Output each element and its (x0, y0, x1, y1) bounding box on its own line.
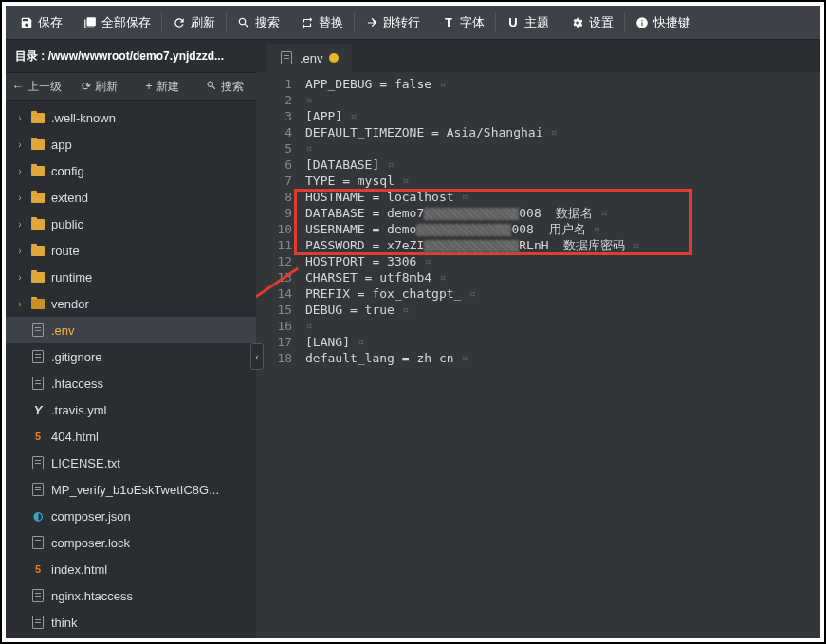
tree-item--well-known[interactable]: ›.well-known (6, 104, 256, 131)
code-line[interactable]: default_lang = zh-cn ¤ (302, 350, 820, 366)
tree-item-label: LICENSE.txt (51, 456, 256, 470)
refresh-icon (173, 16, 186, 29)
refresh-button[interactable]: 刷新 (162, 6, 226, 40)
file-tree[interactable]: ›.well-known›app›config›extend›public›ro… (6, 101, 256, 638)
replace-button[interactable]: 替换 (290, 6, 354, 40)
tree-item-license-txt[interactable]: LICENSE.txt (6, 450, 256, 476)
tree-item-index-html[interactable]: 5index.html (6, 556, 256, 582)
file-sidebar: 目录 : /www/wwwroot/demo7.ynjdzzd... ←上一级 … (6, 40, 256, 638)
tree-item-label: .env (51, 323, 256, 338)
arrow-up-icon: ← (12, 80, 24, 93)
code-line[interactable]: USERNAME = demo008 用户名 ¤ (302, 221, 820, 237)
tree-item-runtime[interactable]: ›runtime (6, 264, 256, 290)
code-line[interactable]: ¤ (302, 140, 820, 156)
code-line[interactable]: APP_DEBUG = false ¤ (302, 76, 820, 92)
tree-item-label: composer.lock (51, 536, 256, 550)
tab-env[interactable]: .env (266, 44, 352, 72)
code-line[interactable]: ¤ (302, 318, 820, 334)
code-line[interactable]: HOSTPORT = 3306 ¤ (302, 253, 820, 269)
code-line[interactable]: PREFIX = fox_chatgpt_ ¤ (302, 285, 820, 302)
theme-icon: U (506, 16, 520, 29)
tree-item-label: .well-known (51, 111, 256, 125)
tree-item-label: .htaccess (51, 377, 256, 391)
tree-item-label: MP_verify_b1oEskTwetIC8G... (51, 483, 256, 497)
tree-item-route[interactable]: ›route (6, 237, 256, 264)
tree-item-think[interactable]: think (6, 609, 256, 635)
tree-item--gitignore[interactable]: .gitignore (6, 343, 256, 370)
code-line[interactable]: DATABASE = demo7008 数据名 ¤ (302, 205, 820, 221)
code-line[interactable]: [APP] ¤ (302, 108, 820, 124)
tree-item-label: 404.html (51, 430, 256, 444)
tree-item-composer-json[interactable]: ◐composer.json (6, 503, 256, 529)
sb-search-button[interactable]: 搜索 (193, 72, 256, 101)
code-line[interactable]: [DATABASE] ¤ (302, 156, 820, 173)
arrow-right-icon (365, 16, 378, 29)
search-icon (206, 80, 217, 94)
sb-refresh-button[interactable]: ⟳刷新 (68, 72, 131, 101)
chevron-right-icon: › (15, 272, 25, 283)
chevron-right-icon: › (15, 113, 25, 123)
code-editor[interactable]: 123456789101112131415161718 APP_DEBUG = … (256, 72, 820, 638)
collapse-sidebar-handle[interactable]: ‹ (250, 343, 264, 370)
new-button[interactable]: +新建 (131, 72, 193, 101)
tree-item-404-html[interactable]: 5404.html (6, 423, 256, 450)
editor-area: .env 123456789101112131415161718 APP_DEB… (256, 40, 820, 638)
tree-item-label: vendor (51, 297, 256, 311)
font-button[interactable]: T字体 (431, 6, 495, 40)
chevron-right-icon: › (15, 219, 25, 230)
chevron-right-icon: › (15, 246, 25, 256)
chevron-right-icon: › (15, 166, 25, 176)
tree-item-nginx-htaccess[interactable]: nginx.htaccess (6, 582, 256, 609)
settings-button[interactable]: 设置 (560, 6, 624, 40)
tree-item--htaccess[interactable]: .htaccess (6, 370, 256, 396)
code-line[interactable]: [LANG] ¤ (302, 334, 820, 350)
tree-item-public[interactable]: ›public (6, 211, 256, 237)
code-line[interactable]: ¤ (302, 92, 820, 108)
tree-item-composer-lock[interactable]: composer.lock (6, 529, 256, 556)
tree-item-vendor[interactable]: ›vendor (6, 290, 256, 317)
chevron-right-icon: › (15, 299, 25, 309)
goto-line-button[interactable]: 跳转行 (355, 6, 431, 40)
code-line[interactable]: PASSWORD = x7eZIRLnH 数据库密码 ¤ (302, 237, 820, 253)
tree-item-label: route (51, 244, 256, 258)
tree-item-label: runtime (51, 270, 256, 285)
theme-button[interactable]: U主题 (496, 6, 560, 40)
code-line[interactable]: TYPE = mysql ¤ (302, 173, 820, 189)
code-line[interactable]: CHARSET = utf8mb4 ¤ (302, 269, 820, 285)
tree-item-config[interactable]: ›config (6, 157, 256, 184)
replace-icon (301, 16, 314, 29)
plus-icon: + (145, 80, 152, 93)
code-line[interactable]: DEBUG = true ¤ (302, 302, 820, 318)
code-line[interactable]: HOSTNAME = localhost ¤ (302, 189, 820, 205)
top-toolbar: 保存 全部保存 刷新 搜索 替换 跳转行 T字体 U主题 设置 快捷键 (6, 6, 820, 40)
shortcuts-button[interactable]: 快捷键 (625, 6, 701, 40)
chevron-right-icon: › (15, 193, 25, 203)
file-icon (279, 50, 294, 65)
chevron-right-icon: › (15, 139, 25, 150)
tree-item-extend[interactable]: ›extend (6, 184, 256, 211)
sidebar-toolbar: ←上一级 ⟳刷新 +新建 搜索 (6, 72, 256, 101)
path-bar[interactable]: 目录 : /www/wwwroot/demo7.ynjdzzd... (6, 40, 256, 72)
tree-item-app[interactable]: ›app (6, 131, 256, 157)
tree-item-label: nginx.htaccess (51, 589, 256, 603)
tree-item-label: public (51, 217, 256, 231)
tree-item-label: .gitignore (51, 350, 256, 364)
tree-item-mp-verify-b1oesktwetic8g---[interactable]: MP_verify_b1oEskTwetIC8G... (6, 476, 256, 503)
tree-item-label: composer.json (51, 509, 256, 524)
save-button[interactable]: 保存 (9, 6, 73, 40)
tree-item-label: index.html (51, 562, 256, 577)
info-icon (635, 16, 649, 29)
save-all-button[interactable]: 全部保存 (73, 6, 161, 40)
tree-item-label: think (51, 616, 256, 630)
tree-item-label: .travis.yml (51, 403, 256, 417)
code-line[interactable]: DEFAULT_TIMEZONE = Asia/Shanghai ¤ (302, 124, 820, 140)
gear-icon (571, 16, 584, 29)
search-button[interactable]: 搜索 (227, 6, 290, 40)
code-body[interactable]: APP_DEBUG = false ¤¤[APP] ¤DEFAULT_TIMEZ… (302, 72, 820, 638)
tree-item--env[interactable]: .env (6, 317, 256, 343)
refresh-icon: ⟳ (82, 80, 91, 93)
tree-item--travis-yml[interactable]: Y.travis.yml (6, 396, 256, 423)
font-icon: T (442, 16, 455, 29)
tree-item-label: extend (51, 191, 256, 205)
up-button[interactable]: ←上一级 (6, 72, 68, 101)
